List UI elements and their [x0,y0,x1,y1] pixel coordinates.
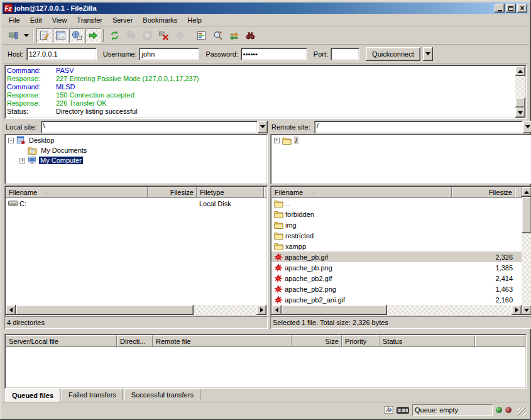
local-site-dropdown[interactable] [258,121,268,133]
column-header-directi[interactable]: Directi... [117,335,153,347]
column-header-filename[interactable]: Filename [6,187,148,198]
filename-text: apache_pb2_ani.gif [285,296,345,304]
scroll-thumb[interactable] [16,305,194,315]
column-header-blank[interactable] [515,187,522,198]
scroll-track[interactable] [515,76,525,108]
file-row[interactable]: apache_pb2_ani.gif2,160 [271,294,522,305]
scroll-track[interactable] [282,305,512,315]
local-tree-item-desktop[interactable]: -Desktop [6,135,266,145]
column-header-size[interactable]: Size [292,335,342,347]
tab-queued-files[interactable]: Queued files [5,389,60,402]
tab-successful-transfers[interactable]: Successful transfers [124,389,200,401]
menu-edit[interactable]: Edit [25,15,47,25]
remote-site-value[interactable]: / [314,121,523,133]
site-manager-button-dropdown[interactable] [22,28,30,43]
remote-vscrollbar[interactable] [522,187,531,315]
file-row[interactable]: apache_pb2.gif2,414 [271,273,522,284]
scroll-left-button[interactable] [6,305,16,315]
cancel-button[interactable] [140,28,155,43]
scroll-track[interactable] [16,305,256,315]
toggle-remote-tree-button[interactable] [69,28,84,43]
arrow-right-icon [260,307,263,312]
remote-tree-item-blank[interactable]: +/ [271,135,531,145]
quickconnect-button[interactable]: Quickconnect [366,47,420,61]
file-row[interactable]: xampp [271,241,522,251]
status-bar: A Queue: empty [3,402,528,417]
local-tree-item-my-documents[interactable]: My Documents [6,145,266,155]
scroll-thumb[interactable] [522,197,531,233]
port-input[interactable] [331,48,359,60]
password-input[interactable] [241,48,307,60]
disconnect-button[interactable] [156,28,171,43]
column-header-filename[interactable]: Filename [271,187,452,198]
scroll-track[interactable] [522,197,531,305]
scroll-left-button[interactable] [271,305,282,315]
remote-site-combo[interactable]: / [314,121,531,133]
column-header-blank[interactable] [475,335,525,347]
column-header-status[interactable]: Status [380,335,475,347]
column-header-filetype[interactable]: Filetype [197,187,264,198]
column-header-filesize[interactable]: Filesize [148,187,197,198]
file-row[interactable]: .. [271,198,522,209]
scroll-right-button[interactable] [256,305,266,315]
menu-help[interactable]: Help [182,15,207,25]
scroll-thumb[interactable] [282,305,387,315]
remote-hscrollbar[interactable] [271,305,522,315]
log-lines: Command:PASVResponse:227 Entering Passiv… [6,66,515,118]
local-site-combo[interactable]: \ [41,121,268,133]
site-manager-button[interactable] [6,28,21,43]
remote-site-dropdown[interactable] [523,121,531,133]
quickconnect-dropdown[interactable] [423,47,433,61]
file-row[interactable]: C:Local Disk [6,198,266,209]
menu-file[interactable]: File [4,15,25,25]
sync-browsing-button[interactable] [226,28,241,43]
minimize-button[interactable] [495,4,505,13]
toggle-queue-button[interactable] [85,28,101,43]
menu-bookmarks[interactable]: Bookmarks [138,15,182,25]
column-header-l[interactable]: L [264,187,266,198]
scroll-up-button[interactable] [522,187,531,197]
scroll-down-button[interactable] [515,108,525,118]
host-input[interactable] [26,48,97,60]
tab-failed-transfers[interactable]: Failed transfers [62,389,123,401]
column-header-filesize[interactable]: Filesize [452,187,515,198]
local-site-value[interactable]: \ [41,121,258,133]
file-row[interactable]: img [271,219,522,230]
file-row[interactable]: apache_pb2.png1,463 [271,284,522,294]
scroll-right-button[interactable] [512,305,522,315]
queue-splitter[interactable] [3,329,528,334]
menu-server[interactable]: Server [107,15,138,25]
toggle-log-button[interactable] [36,28,52,43]
scroll-up-button[interactable] [515,66,525,76]
expand-icon[interactable]: + [274,138,280,143]
file-row[interactable]: apache_pb.png1,385 [271,262,522,273]
file-row[interactable]: apache_pb.gif2,326 [271,251,522,262]
scroll-down-button[interactable] [522,305,531,315]
filter-button[interactable] [194,28,209,43]
scroll-thumb[interactable] [515,97,525,108]
expand-icon[interactable]: + [19,158,25,163]
find-files-button[interactable] [243,28,258,43]
process-queue-button[interactable] [123,28,138,43]
collapse-icon[interactable]: - [8,138,14,143]
menu-view[interactable]: View [47,15,72,25]
compare-button[interactable] [210,28,225,43]
maximize-button[interactable] [506,4,516,13]
refresh-button[interactable] [107,28,122,43]
menu-transfer[interactable]: Transfer [72,15,107,25]
local-hscrollbar[interactable] [6,305,266,315]
file-row[interactable]: forbidden [271,209,522,219]
close-button[interactable]: × [517,4,527,13]
column-header-server-local-file[interactable]: Server/Local file [6,335,117,347]
column-header-remote-file[interactable]: Remote file [153,335,292,347]
column-header-label: Remote file [156,338,191,345]
reconnect-button[interactable] [172,28,187,43]
toggle-local-tree-button[interactable] [53,28,68,43]
log-scrollbar[interactable] [515,66,525,118]
column-header-priority[interactable]: Priority [342,335,380,347]
local-tree-item-my-computer[interactable]: +My Computer [6,155,266,165]
username-input[interactable] [139,48,199,60]
resize-grip[interactable] [517,407,526,416]
log-line-label: Status: [7,108,56,116]
file-row[interactable]: restricted [271,230,522,241]
